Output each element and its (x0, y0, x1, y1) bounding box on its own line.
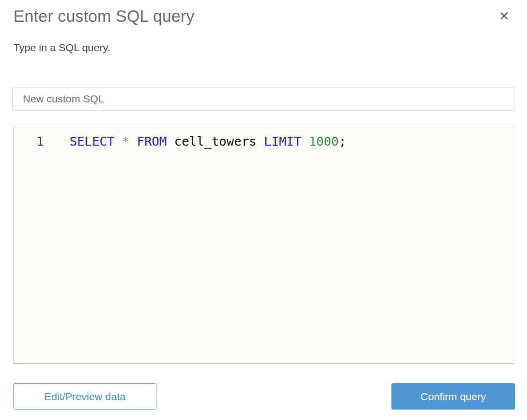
sql-token-keyword-limit: LIMIT (264, 134, 308, 149)
sql-token-number: 1000 (309, 134, 339, 149)
query-name-input[interactable] (12, 87, 515, 111)
sql-token-semicolon: ; (339, 134, 346, 149)
close-icon: ✕ (499, 9, 510, 23)
line-number: 1 (14, 134, 44, 150)
confirm-query-button[interactable]: Confirm query (391, 383, 515, 410)
close-button[interactable]: ✕ (495, 7, 513, 25)
page-title: Enter custom SQL query (13, 7, 195, 26)
sql-token-keyword-from: FROM (137, 134, 174, 149)
sql-code: SELECT * FROM cell_towers LIMIT 1000; (70, 134, 346, 150)
edit-preview-data-button[interactable]: Edit/Preview data (13, 383, 156, 410)
sql-token-operator-star: * (122, 134, 137, 149)
code-line: 1 SELECT * FROM cell_towers LIMIT 1000; (14, 134, 514, 150)
sql-editor[interactable]: 1 SELECT * FROM cell_towers LIMIT 1000; (13, 127, 514, 364)
custom-sql-dialog: Enter custom SQL query ✕ Type in a SQL q… (0, 0, 527, 420)
sql-token-identifier-table: cell_towers (174, 134, 264, 149)
dialog-subtitle: Type in a SQL query. (13, 42, 110, 54)
sql-token-keyword-select: SELECT (70, 134, 122, 149)
